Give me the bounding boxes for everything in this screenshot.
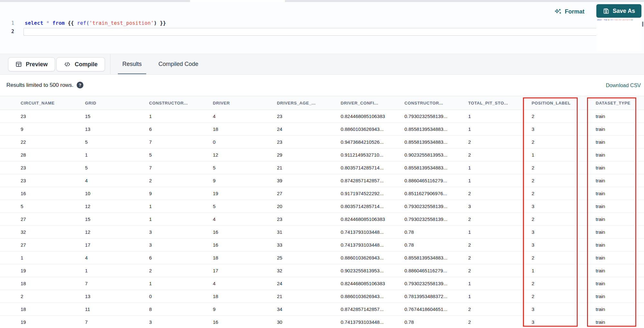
results-action-bar: Preview Compile Results Compiled Code (0, 54, 644, 75)
table-cell: 23 (277, 139, 341, 145)
column-header: DATASET_TYPE (596, 101, 644, 105)
column-header: DRIVER (213, 101, 277, 105)
table-cell: 4 (85, 255, 149, 260)
table-cell: 39 (277, 178, 341, 183)
save-as-button[interactable]: Save As (596, 4, 641, 18)
table-cell: 0.7674418604651... (404, 306, 468, 312)
table-cell: 17 (213, 268, 277, 273)
table-cell: 2 (532, 191, 596, 196)
table-cell: 16 (213, 229, 277, 235)
active-editor-tab[interactable] (190, 0, 285, 2)
table-cell: 0.824468085106383 (341, 281, 404, 286)
table-cell: train (596, 294, 644, 299)
table-cell: 0.8558139534883... (404, 165, 468, 170)
table-cell: 2 (532, 114, 596, 119)
table-cell: 1 (532, 152, 596, 158)
table-cell: 0.8558139534883... (404, 126, 468, 132)
table-cell: 1 (149, 281, 213, 286)
table-cell: 2 (532, 139, 596, 145)
table-cell: 13 (85, 294, 149, 299)
table-body: 231514230.8244680851063830.7930232558139… (0, 110, 644, 328)
table-row: 14618250.8860103626943...0.8558139534883… (0, 251, 644, 264)
table-header: CIRCUIT_NAMEGRIDCONSTRUCTOR...DRIVERDRIV… (0, 96, 644, 110)
table-cell: 3 (532, 126, 596, 132)
table-cell: 0.7413793103448... (341, 319, 404, 325)
table-row: 2717316330.7413793103448...0.7823train (0, 239, 644, 251)
table-cell: 0.7930232558139... (404, 114, 468, 119)
table-cell: 0.8558139534883... (404, 255, 468, 260)
table-cell: train (596, 126, 644, 132)
table-cell: 5 (85, 139, 149, 145)
table-cell: 2 (532, 165, 596, 170)
table-cell: 15 (85, 114, 149, 119)
table-cell: train (596, 306, 644, 312)
preview-button[interactable]: Preview (8, 57, 55, 71)
code-line-1[interactable]: select * from {{ ref('train_test_positio… (25, 20, 166, 26)
table-cell: 2 (149, 178, 213, 183)
table-cell: 1 (468, 281, 532, 286)
table-row: 18714240.8244680851063830.7930232558139.… (0, 277, 644, 290)
table-row: 281512290.9112149532710...0.902325581395… (0, 149, 644, 161)
table-cell: 1 (149, 216, 213, 222)
table-cell: 0.78 (404, 242, 468, 248)
table-cell: 30 (277, 319, 341, 325)
active-line-cursor[interactable] (24, 28, 632, 36)
table-cell: 1 (468, 114, 532, 119)
column-header: DRIVERS_AGE_... (277, 101, 341, 105)
table-cell: 1 (468, 178, 532, 183)
table-cell: 2 (149, 268, 213, 273)
table-cell: 24 (277, 126, 341, 132)
table-cell: 2 (468, 268, 532, 273)
table-cell: 34 (277, 306, 341, 312)
table-cell: 7 (85, 281, 149, 286)
table-cell: 0.8860103626943... (341, 126, 404, 132)
compile-button[interactable]: Compile (56, 57, 105, 71)
table-cell: 0.9112149532710... (341, 152, 404, 158)
download-csv-link[interactable]: Download CSV (606, 83, 641, 88)
table-cell: 2 (21, 294, 85, 299)
table-cell: 17 (85, 242, 149, 248)
table-cell: 2 (532, 294, 596, 299)
table-cell: 2 (468, 139, 532, 145)
tab-compiled-code[interactable]: Compiled Code (154, 54, 203, 74)
table-cell: 0.8860465116279... (404, 268, 468, 273)
table-cell: train (596, 191, 644, 196)
table-cell: 0.8511627906976... (404, 191, 468, 196)
table-cell: 3 (532, 306, 596, 312)
table-cell: 7 (149, 165, 213, 170)
table-cell: 31 (277, 229, 341, 235)
table-cell: 0.8558139534883... (404, 139, 468, 145)
column-header: CIRCUIT_NAME (21, 101, 85, 105)
table-cell: 13 (85, 126, 149, 132)
save-as-button-label: Save As (613, 8, 635, 14)
sparkles-icon (554, 8, 562, 15)
table-row: 1610919270.9171974522292...0.85116279069… (0, 187, 644, 200)
table-cell: train (596, 204, 644, 209)
table-cell: 1 (85, 152, 149, 158)
table-cell: 0 (213, 139, 277, 145)
format-button[interactable]: Format (554, 6, 584, 17)
table-cell: 3 (532, 242, 596, 248)
compile-button-label: Compile (75, 61, 98, 68)
table-row: 271514230.8244680851063830.7930232558139… (0, 213, 644, 226)
table-cell: 2 (468, 191, 532, 196)
sql-editor[interactable]: 1 2 select * from {{ ref('train_test_pos… (0, 2, 644, 54)
table-cell: 18 (213, 294, 277, 299)
toolbar-divider (110, 54, 110, 74)
table-cell: 9 (21, 126, 85, 132)
table-cell: 1 (85, 268, 149, 273)
editor-minimap[interactable]: select * from {{ ref('train_test_positio… (596, 19, 641, 51)
help-icon[interactable]: ? (77, 82, 83, 88)
table-cell: 0.824468085106383 (341, 114, 404, 119)
table-cell: 23 (277, 216, 341, 222)
table-cell: 2 (468, 306, 532, 312)
table-cell: train (596, 319, 644, 325)
minimap-slider[interactable] (642, 22, 643, 27)
table-cell: 23 (277, 114, 341, 119)
table-cell: 24 (277, 281, 341, 286)
tab-results[interactable]: Results (118, 54, 146, 74)
table-cell: 3 (532, 204, 596, 209)
table-cell: 23 (21, 165, 85, 170)
results-limit-text: Results limited to 500 rows. ? (6, 82, 83, 88)
table-cell: 0.8742857142857... (341, 306, 404, 312)
